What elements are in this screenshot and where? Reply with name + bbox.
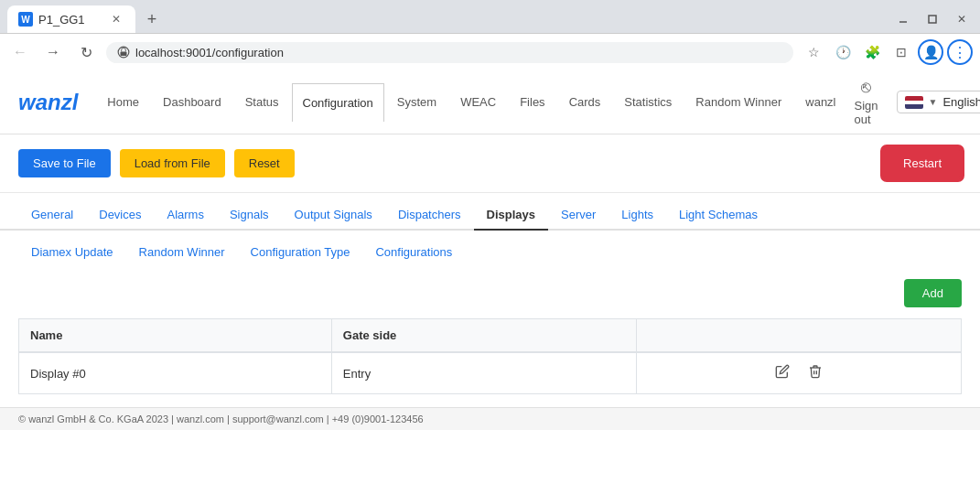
window-maximize-button[interactable] [921,8,943,30]
footer-text: © wanzl GmbH & Co. KGaA 2023 | wanzl.com… [18,413,424,424]
col-actions [637,319,962,353]
svg-rect-0 [929,16,936,23]
tab-devices[interactable]: Devices [86,200,154,229]
toolbar-icons: ☆ 🕐 🧩 ⊡ 👤 ⋮ [801,39,973,65]
flag-icon [905,96,923,109]
tab-general[interactable]: General [18,200,86,229]
nav-cards[interactable]: Cards [558,82,612,122]
nav-system[interactable]: System [386,82,447,122]
tab-dispatchers[interactable]: Dispatchers [385,200,474,229]
browser-titlebar: W P1_GG1 ✕ + ✕ [0,0,980,33]
cell-gate-side: Entry [331,352,636,394]
url-display: localhost:9001/configuration [135,46,284,59]
tab-diamex-update[interactable]: Diamex Update [18,238,126,266]
edit-button[interactable] [770,362,795,384]
brand-logo: wanzl [18,81,78,124]
tab-bar: W P1_GG1 ✕ + [7,5,165,33]
delete-button[interactable] [802,362,828,384]
active-tab[interactable]: W P1_GG1 ✕ [7,5,135,33]
tab-random-winner[interactable]: Random Winner [126,238,238,266]
window-minimize-button[interactable] [892,8,914,30]
new-tab-button[interactable]: + [139,6,165,32]
window-controls: ✕ [892,8,973,30]
restart-wrapper: Restart [883,147,962,179]
signout-button[interactable]: ⎋ Sign out [847,70,886,134]
reset-button[interactable]: Reset [234,149,295,177]
action-bar: Save to File Load from File Reset Restar… [0,134,980,193]
reload-button[interactable]: ↻ [73,39,99,65]
browser-menu-button[interactable]: ⋮ [947,39,973,65]
table-row: Display #0 Entry [19,352,962,394]
tab-configuration-type[interactable]: Configuration Type [238,238,363,266]
nav-statistics[interactable]: Statistics [613,82,683,122]
signout-icon: ⎋ [861,78,871,97]
nav-home[interactable]: Home [96,82,150,122]
nav-wanzl[interactable]: wanzl [794,82,846,122]
nav-status[interactable]: Status [234,82,290,122]
nav-right: ⎋ Sign out ▼ English [847,70,980,134]
row-action-icons [648,362,950,384]
col-gate-side: Gate side [331,319,636,353]
sidebar-icon[interactable]: ⊡ [888,39,914,65]
tab-signals[interactable]: Signals [217,200,282,229]
tab-favicon: W [18,12,33,27]
language-label: English [942,95,980,109]
nav-items: Home Dashboard Status Configuration Syst… [96,82,846,122]
displays-table: Name Gate side Display #0 Entry [18,318,962,394]
table-header-row: Name Gate side [19,319,962,353]
lock-icon [117,46,130,59]
tab-lights[interactable]: Lights [608,200,666,229]
address-bar[interactable]: localhost:9001/configuration [106,42,793,63]
tab-displays[interactable]: Displays [474,200,548,231]
add-button-row: Add [18,279,962,307]
tabs-row2: Diamex Update Random Winner Configuratio… [0,231,980,266]
tab-server[interactable]: Server [548,200,608,229]
signout-label: Sign out [855,99,878,126]
tab-close-button[interactable]: ✕ [108,11,124,27]
restart-button[interactable]: Restart [883,147,962,179]
nav-random-winner[interactable]: Random Winner [684,82,792,122]
bookmark-star-icon[interactable]: ☆ [801,39,826,65]
tab-light-schemas[interactable]: Light Schemas [666,200,770,229]
back-button[interactable]: ← [7,39,33,65]
history-icon[interactable]: 🕐 [830,39,856,65]
svg-rect-2 [121,51,127,56]
cell-row-actions [637,352,962,394]
tab-output-signals[interactable]: Output Signals [282,200,385,229]
browser-toolbar: ← → ↻ localhost:9001/configuration ☆ 🕐 🧩… [0,33,980,70]
top-nav: wanzl Home Dashboard Status Configuratio… [0,70,980,134]
flag-dropdown-arrow: ▼ [929,97,938,107]
tab-title: P1_GG1 [38,13,85,27]
nav-files[interactable]: Files [509,82,555,122]
tabs-row1: General Devices Alarms Signals Output Si… [0,193,980,231]
content-area: Add Name Gate side Display #0 Entry [0,266,980,407]
extension-icon[interactable]: 🧩 [859,39,885,65]
page-content: wanzl Home Dashboard Status Configuratio… [0,70,980,494]
nav-weac[interactable]: WEAC [449,82,507,122]
cell-name: Display #0 [19,352,332,394]
add-button[interactable]: Add [904,279,962,307]
col-name: Name [19,319,332,353]
load-from-file-button[interactable]: Load from File [120,149,225,177]
save-to-file-button[interactable]: Save to File [18,149,111,177]
nav-dashboard[interactable]: Dashboard [152,82,232,122]
profile-button[interactable]: 👤 [918,39,943,65]
tab-configurations[interactable]: Configurations [362,238,465,266]
page-footer: © wanzl GmbH & Co. KGaA 2023 | wanzl.com… [0,407,980,430]
tab-alarms[interactable]: Alarms [155,200,217,229]
window-close-button[interactable]: ✕ [951,8,973,30]
nav-configuration[interactable]: Configuration [292,83,384,122]
language-selector[interactable]: ▼ English [897,91,980,113]
forward-button[interactable]: → [40,39,66,65]
